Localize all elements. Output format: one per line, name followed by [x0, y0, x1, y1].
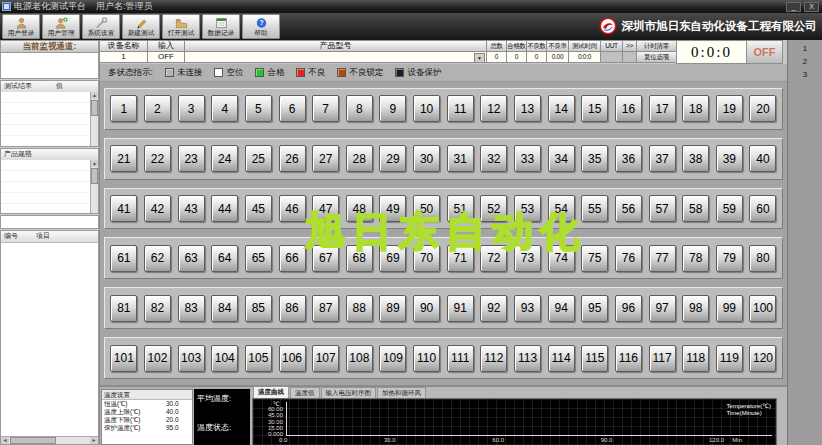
channel-button-73[interactable]: 73 — [514, 245, 541, 272]
channel-button-26[interactable]: 26 — [279, 145, 306, 172]
channel-button-96[interactable]: 96 — [615, 295, 642, 322]
channel-button-48[interactable]: 48 — [346, 195, 373, 222]
channel-button-85[interactable]: 85 — [245, 295, 272, 322]
product-model-dropdown[interactable]: ▼ — [184, 51, 487, 63]
toolbar-button-user-manage[interactable]: 用户管理 — [42, 14, 80, 39]
toolbar-button-new-test[interactable]: 新建测试 — [122, 14, 160, 39]
page-tab-2[interactable]: 2 — [788, 55, 822, 68]
minimize-button[interactable]: _ — [786, 2, 801, 12]
channel-button-101[interactable]: 101 — [110, 345, 137, 372]
product-spec-scrollbar[interactable]: ▲ ▼ — [90, 160, 98, 213]
channel-button-118[interactable]: 118 — [682, 345, 709, 372]
channel-button-4[interactable]: 4 — [211, 95, 238, 122]
channel-button-12[interactable]: 12 — [480, 95, 507, 122]
channel-button-78[interactable]: 78 — [682, 245, 709, 272]
toolbar-button-help[interactable]: ?帮助 — [242, 14, 280, 39]
toolbar-button-data-record[interactable]: 数据记录 — [202, 14, 240, 39]
channel-button-102[interactable]: 102 — [144, 345, 171, 372]
channel-button-19[interactable]: 19 — [716, 95, 743, 122]
channel-button-39[interactable]: 39 — [716, 145, 743, 172]
scroll-left-icon[interactable]: ◄ — [1, 437, 9, 444]
channel-button-82[interactable]: 82 — [144, 295, 171, 322]
channel-button-13[interactable]: 13 — [514, 95, 541, 122]
channel-button-27[interactable]: 27 — [312, 145, 339, 172]
channel-button-41[interactable]: 41 — [110, 195, 137, 222]
channel-button-50[interactable]: 50 — [413, 195, 440, 222]
channel-button-113[interactable]: 113 — [514, 345, 541, 372]
channel-button-79[interactable]: 79 — [716, 245, 743, 272]
channel-button-59[interactable]: 59 — [716, 195, 743, 222]
channel-button-15[interactable]: 15 — [581, 95, 608, 122]
channel-button-44[interactable]: 44 — [211, 195, 238, 222]
channel-button-74[interactable]: 74 — [548, 245, 575, 272]
channel-button-111[interactable]: 111 — [447, 345, 474, 372]
channel-button-97[interactable]: 97 — [649, 295, 676, 322]
channel-button-106[interactable]: 106 — [279, 345, 306, 372]
channel-button-11[interactable]: 11 — [447, 95, 474, 122]
channel-button-109[interactable]: 109 — [379, 345, 406, 372]
channel-button-5[interactable]: 5 — [245, 95, 272, 122]
channel-button-104[interactable]: 104 — [211, 345, 238, 372]
channel-button-9[interactable]: 9 — [379, 95, 406, 122]
channel-button-51[interactable]: 51 — [447, 195, 474, 222]
channel-button-38[interactable]: 38 — [682, 145, 709, 172]
channel-button-64[interactable]: 64 — [211, 245, 238, 272]
channel-button-65[interactable]: 65 — [245, 245, 272, 272]
test-results-scrollbar[interactable]: ▲ ▼ — [90, 92, 98, 146]
channel-button-95[interactable]: 95 — [581, 295, 608, 322]
channel-button-117[interactable]: 117 — [649, 345, 676, 372]
channel-button-94[interactable]: 94 — [548, 295, 575, 322]
scroll-right-icon[interactable]: ► — [90, 437, 98, 444]
channel-button-34[interactable]: 34 — [548, 145, 575, 172]
channel-button-7[interactable]: 7 — [312, 95, 339, 122]
channel-button-81[interactable]: 81 — [110, 295, 137, 322]
channel-button-84[interactable]: 84 — [211, 295, 238, 322]
channel-button-17[interactable]: 17 — [649, 95, 676, 122]
channel-button-16[interactable]: 16 — [615, 95, 642, 122]
chevron-down-icon[interactable]: ▼ — [474, 53, 485, 63]
items-list-hscrollbar[interactable]: ◄ ► — [1, 436, 98, 444]
scroll-up-icon[interactable]: ▲ — [91, 92, 98, 99]
channel-button-37[interactable]: 37 — [649, 145, 676, 172]
channel-button-67[interactable]: 67 — [312, 245, 339, 272]
channel-button-57[interactable]: 57 — [649, 195, 676, 222]
channel-button-35[interactable]: 35 — [581, 145, 608, 172]
channel-button-49[interactable]: 49 — [379, 195, 406, 222]
channel-button-83[interactable]: 83 — [178, 295, 205, 322]
channel-button-112[interactable]: 112 — [480, 345, 507, 372]
channel-button-24[interactable]: 24 — [211, 145, 238, 172]
channel-button-52[interactable]: 52 — [480, 195, 507, 222]
channel-button-89[interactable]: 89 — [379, 295, 406, 322]
channel-button-53[interactable]: 53 — [514, 195, 541, 222]
channel-button-42[interactable]: 42 — [144, 195, 171, 222]
channel-button-45[interactable]: 45 — [245, 195, 272, 222]
channel-button-72[interactable]: 72 — [480, 245, 507, 272]
channel-button-100[interactable]: 100 — [749, 295, 776, 322]
channel-button-8[interactable]: 8 — [346, 95, 373, 122]
scroll-up-icon[interactable]: ▲ — [91, 160, 98, 167]
channel-button-31[interactable]: 31 — [447, 145, 474, 172]
power-toggle-button[interactable]: OFF — [746, 40, 783, 64]
channel-button-25[interactable]: 25 — [245, 145, 272, 172]
channel-button-90[interactable]: 90 — [413, 295, 440, 322]
channel-button-61[interactable]: 61 — [110, 245, 137, 272]
channel-button-75[interactable]: 75 — [581, 245, 608, 272]
channel-button-63[interactable]: 63 — [178, 245, 205, 272]
channel-button-28[interactable]: 28 — [346, 145, 373, 172]
channel-button-66[interactable]: 66 — [279, 245, 306, 272]
channel-button-93[interactable]: 93 — [514, 295, 541, 322]
toolbar-button-system-settings[interactable]: 系统设置 — [82, 14, 120, 39]
channel-button-116[interactable]: 116 — [615, 345, 642, 372]
page-tab-3[interactable]: 3 — [788, 68, 822, 81]
channel-button-80[interactable]: 80 — [749, 245, 776, 272]
channel-button-20[interactable]: 20 — [749, 95, 776, 122]
channel-button-68[interactable]: 68 — [346, 245, 373, 272]
channel-button-18[interactable]: 18 — [682, 95, 709, 122]
channel-button-2[interactable]: 2 — [144, 95, 171, 122]
channel-button-71[interactable]: 71 — [447, 245, 474, 272]
channel-button-10[interactable]: 10 — [413, 95, 440, 122]
channel-button-103[interactable]: 103 — [178, 345, 205, 372]
channel-button-23[interactable]: 23 — [178, 145, 205, 172]
channel-button-98[interactable]: 98 — [682, 295, 709, 322]
channel-button-87[interactable]: 87 — [312, 295, 339, 322]
